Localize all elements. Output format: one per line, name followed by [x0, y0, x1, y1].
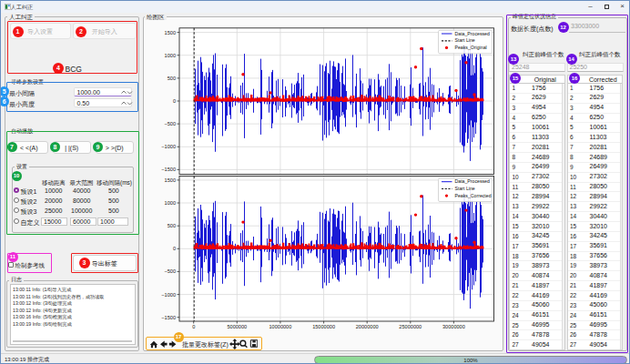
svg-text:Start Line: Start Line	[455, 186, 475, 191]
svg-text:Peaks_Original: Peaks_Original	[455, 45, 487, 50]
svg-text:30000000: 30000000	[442, 324, 465, 329]
svg-text:1000: 1000	[165, 53, 176, 58]
svg-text:25000000: 25000000	[399, 324, 422, 329]
svg-text:1500: 1500	[165, 177, 176, 183]
svg-text:−1000: −1000	[161, 144, 176, 149]
svg-text:0: 0	[173, 246, 176, 251]
svg-text:15000000: 15000000	[312, 324, 335, 329]
svg-text:0: 0	[173, 98, 176, 104]
svg-text:500: 500	[168, 76, 176, 81]
svg-text:Data_Processed: Data_Processed	[455, 31, 490, 36]
svg-text:1000: 1000	[165, 200, 176, 206]
svg-text:−500: −500	[164, 121, 176, 126]
svg-text:−1500: −1500	[161, 315, 176, 320]
svg-text:−500: −500	[164, 268, 176, 274]
svg-text:Peaks_Corrected: Peaks_Corrected	[455, 193, 492, 198]
svg-text:10000000: 10000000	[269, 324, 291, 329]
svg-text:500: 500	[168, 223, 176, 228]
svg-text:−1500: −1500	[161, 167, 176, 172]
svg-text:20000000: 20000000	[356, 324, 379, 329]
svg-text:Start Line: Start Line	[455, 37, 475, 43]
svg-text:0: 0	[192, 324, 195, 329]
svg-text:5000000: 5000000	[227, 324, 247, 329]
svg-text:−1000: −1000	[161, 292, 176, 298]
svg-text:Data_Processed: Data_Processed	[455, 178, 490, 184]
svg-text:1500: 1500	[165, 30, 176, 35]
